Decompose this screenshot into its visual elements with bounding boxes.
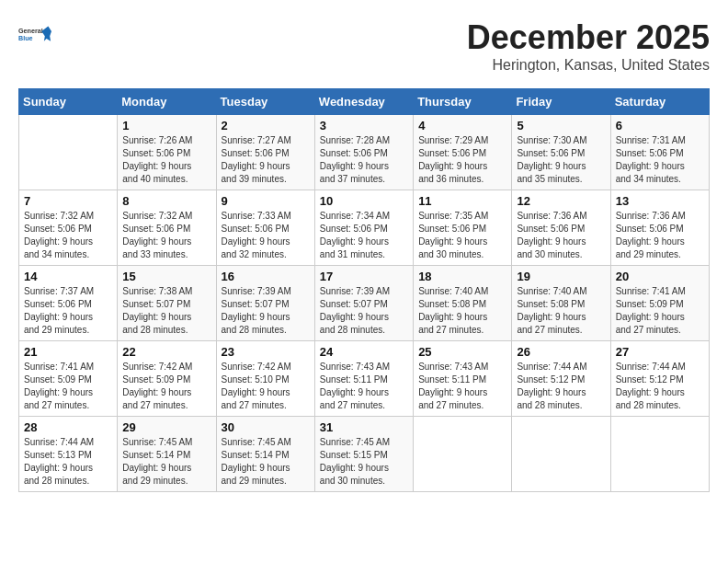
week-row-1: 1Sunrise: 7:26 AM Sunset: 5:06 PM Daylig… — [19, 115, 710, 190]
calendar-cell: 1Sunrise: 7:26 AM Sunset: 5:06 PM Daylig… — [118, 115, 216, 190]
calendar-cell: 22Sunrise: 7:42 AM Sunset: 5:09 PM Dayli… — [118, 341, 216, 417]
header-sunday: Sunday — [19, 89, 118, 115]
calendar-cell: 5Sunrise: 7:30 AM Sunset: 5:06 PM Daylig… — [512, 115, 610, 190]
day-number: 22 — [122, 345, 210, 359]
day-info: Sunrise: 7:43 AM Sunset: 5:11 PM Dayligh… — [418, 361, 506, 412]
day-info: Sunrise: 7:26 AM Sunset: 5:06 PM Dayligh… — [122, 134, 210, 186]
day-info: Sunrise: 7:39 AM Sunset: 5:07 PM Dayligh… — [320, 285, 408, 337]
day-number: 13 — [616, 194, 704, 208]
page-title: December 2025 — [467, 18, 710, 57]
header-friday: Friday — [512, 89, 610, 115]
week-row-4: 21Sunrise: 7:41 AM Sunset: 5:09 PM Dayli… — [19, 341, 710, 417]
week-row-2: 7Sunrise: 7:32 AM Sunset: 5:06 PM Daylig… — [19, 190, 710, 266]
calendar-cell: 17Sunrise: 7:39 AM Sunset: 5:07 PM Dayli… — [314, 266, 413, 341]
day-info: Sunrise: 7:41 AM Sunset: 5:09 PM Dayligh… — [24, 361, 112, 412]
calendar-cell — [512, 417, 610, 492]
day-info: Sunrise: 7:43 AM Sunset: 5:11 PM Dayligh… — [320, 361, 408, 412]
day-number: 19 — [517, 270, 605, 283]
calendar-cell: 31Sunrise: 7:45 AM Sunset: 5:15 PM Dayli… — [314, 417, 413, 492]
calendar-cell — [19, 115, 118, 190]
day-number: 4 — [418, 119, 506, 132]
day-info: Sunrise: 7:27 AM Sunset: 5:06 PM Dayligh… — [222, 134, 310, 186]
day-info: Sunrise: 7:39 AM Sunset: 5:07 PM Dayligh… — [222, 285, 310, 337]
day-info: Sunrise: 7:38 AM Sunset: 5:07 PM Dayligh… — [122, 285, 210, 337]
day-number: 6 — [616, 119, 704, 132]
day-info: Sunrise: 7:35 AM Sunset: 5:06 PM Dayligh… — [418, 210, 506, 261]
calendar-cell: 6Sunrise: 7:31 AM Sunset: 5:06 PM Daylig… — [610, 115, 709, 190]
day-info: Sunrise: 7:33 AM Sunset: 5:06 PM Dayligh… — [222, 210, 310, 261]
calendar-cell: 11Sunrise: 7:35 AM Sunset: 5:06 PM Dayli… — [414, 190, 512, 266]
day-number: 10 — [320, 194, 408, 208]
calendar-cell — [610, 417, 709, 492]
calendar-cell: 24Sunrise: 7:43 AM Sunset: 5:11 PM Dayli… — [314, 341, 413, 417]
day-info: Sunrise: 7:42 AM Sunset: 5:09 PM Dayligh… — [122, 361, 210, 412]
day-number: 12 — [517, 194, 605, 208]
calendar-cell: 27Sunrise: 7:44 AM Sunset: 5:12 PM Dayli… — [610, 341, 709, 417]
calendar-cell: 21Sunrise: 7:41 AM Sunset: 5:09 PM Dayli… — [19, 341, 118, 417]
calendar-cell: 7Sunrise: 7:32 AM Sunset: 5:06 PM Daylig… — [19, 190, 118, 266]
calendar-cell: 13Sunrise: 7:36 AM Sunset: 5:06 PM Dayli… — [610, 190, 709, 266]
day-number: 3 — [320, 119, 408, 132]
day-number: 18 — [418, 270, 506, 283]
day-info: Sunrise: 7:44 AM Sunset: 5:12 PM Dayligh… — [517, 361, 605, 412]
title-area: December 2025 Herington, Kansas, United … — [467, 18, 710, 74]
day-info: Sunrise: 7:37 AM Sunset: 5:06 PM Dayligh… — [24, 285, 112, 337]
svg-text:General: General — [18, 27, 43, 35]
calendar-cell: 8Sunrise: 7:32 AM Sunset: 5:06 PM Daylig… — [118, 190, 216, 266]
day-info: Sunrise: 7:42 AM Sunset: 5:10 PM Dayligh… — [222, 361, 310, 412]
day-info: Sunrise: 7:36 AM Sunset: 5:06 PM Dayligh… — [517, 210, 605, 261]
svg-text:Blue: Blue — [18, 34, 33, 42]
day-info: Sunrise: 7:36 AM Sunset: 5:06 PM Dayligh… — [616, 210, 704, 261]
day-number: 21 — [24, 345, 112, 359]
header-wednesday: Wednesday — [314, 89, 413, 115]
day-number: 5 — [517, 119, 605, 132]
calendar-cell: 28Sunrise: 7:44 AM Sunset: 5:13 PM Dayli… — [19, 417, 118, 492]
day-number: 23 — [222, 345, 310, 359]
calendar-cell: 4Sunrise: 7:29 AM Sunset: 5:06 PM Daylig… — [414, 115, 512, 190]
calendar-cell: 3Sunrise: 7:28 AM Sunset: 5:06 PM Daylig… — [314, 115, 413, 190]
day-number: 15 — [122, 270, 210, 283]
calendar-cell: 25Sunrise: 7:43 AM Sunset: 5:11 PM Dayli… — [414, 341, 512, 417]
day-info: Sunrise: 7:44 AM Sunset: 5:13 PM Dayligh… — [24, 436, 112, 488]
day-number: 11 — [418, 194, 506, 208]
calendar-cell: 12Sunrise: 7:36 AM Sunset: 5:06 PM Dayli… — [512, 190, 610, 266]
day-number: 29 — [122, 420, 210, 434]
calendar-cell: 14Sunrise: 7:37 AM Sunset: 5:06 PM Dayli… — [19, 266, 118, 341]
day-info: Sunrise: 7:45 AM Sunset: 5:14 PM Dayligh… — [122, 436, 210, 488]
calendar-table: SundayMondayTuesdayWednesdayThursdayFrid… — [18, 88, 710, 492]
day-info: Sunrise: 7:34 AM Sunset: 5:06 PM Dayligh… — [320, 210, 408, 261]
header-monday: Monday — [118, 89, 216, 115]
day-number: 24 — [320, 345, 408, 359]
calendar-cell: 30Sunrise: 7:45 AM Sunset: 5:14 PM Dayli… — [216, 417, 314, 492]
logo: General Blue — [18, 18, 51, 52]
header: General Blue December 2025 Herington, Ka… — [18, 18, 710, 74]
calendar-cell: 16Sunrise: 7:39 AM Sunset: 5:07 PM Dayli… — [216, 266, 314, 341]
calendar-header-row: SundayMondayTuesdayWednesdayThursdayFrid… — [19, 89, 710, 115]
day-number: 30 — [222, 420, 310, 434]
svg-marker-2 — [41, 27, 51, 41]
calendar-cell: 18Sunrise: 7:40 AM Sunset: 5:08 PM Dayli… — [414, 266, 512, 341]
day-info: Sunrise: 7:30 AM Sunset: 5:06 PM Dayligh… — [517, 134, 605, 186]
day-number: 25 — [418, 345, 506, 359]
header-tuesday: Tuesday — [216, 89, 314, 115]
calendar-cell — [414, 417, 512, 492]
day-info: Sunrise: 7:29 AM Sunset: 5:06 PM Dayligh… — [418, 134, 506, 186]
day-number: 1 — [122, 119, 210, 132]
header-saturday: Saturday — [610, 89, 709, 115]
day-info: Sunrise: 7:28 AM Sunset: 5:06 PM Dayligh… — [320, 134, 408, 186]
calendar-cell: 15Sunrise: 7:38 AM Sunset: 5:07 PM Dayli… — [118, 266, 216, 341]
calendar-cell: 10Sunrise: 7:34 AM Sunset: 5:06 PM Dayli… — [314, 190, 413, 266]
day-number: 16 — [222, 270, 310, 283]
calendar-cell: 2Sunrise: 7:27 AM Sunset: 5:06 PM Daylig… — [216, 115, 314, 190]
day-number: 7 — [24, 194, 112, 208]
day-info: Sunrise: 7:32 AM Sunset: 5:06 PM Dayligh… — [24, 210, 112, 261]
calendar-cell: 29Sunrise: 7:45 AM Sunset: 5:14 PM Dayli… — [118, 417, 216, 492]
day-info: Sunrise: 7:45 AM Sunset: 5:14 PM Dayligh… — [222, 436, 310, 488]
calendar-cell: 19Sunrise: 7:40 AM Sunset: 5:08 PM Dayli… — [512, 266, 610, 341]
day-number: 27 — [616, 345, 704, 359]
calendar-cell: 23Sunrise: 7:42 AM Sunset: 5:10 PM Dayli… — [216, 341, 314, 417]
day-info: Sunrise: 7:31 AM Sunset: 5:06 PM Dayligh… — [616, 134, 704, 186]
logo-svg: General Blue — [18, 18, 51, 52]
day-info: Sunrise: 7:41 AM Sunset: 5:09 PM Dayligh… — [616, 285, 704, 337]
day-info: Sunrise: 7:45 AM Sunset: 5:15 PM Dayligh… — [320, 436, 408, 488]
